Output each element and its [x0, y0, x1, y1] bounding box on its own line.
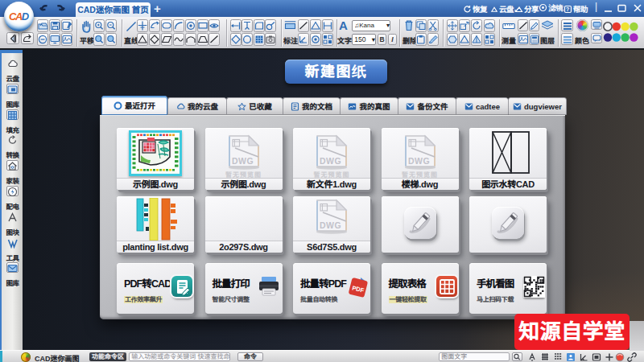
- svg-text:DWG: DWG: [408, 156, 430, 166]
- svg-text:?: ?: [566, 6, 569, 12]
- svg-text:DWG: DWG: [320, 220, 341, 230]
- svg-text:DWG: DWG: [320, 156, 341, 166]
- svg-text:DWG: DWG: [232, 156, 254, 166]
